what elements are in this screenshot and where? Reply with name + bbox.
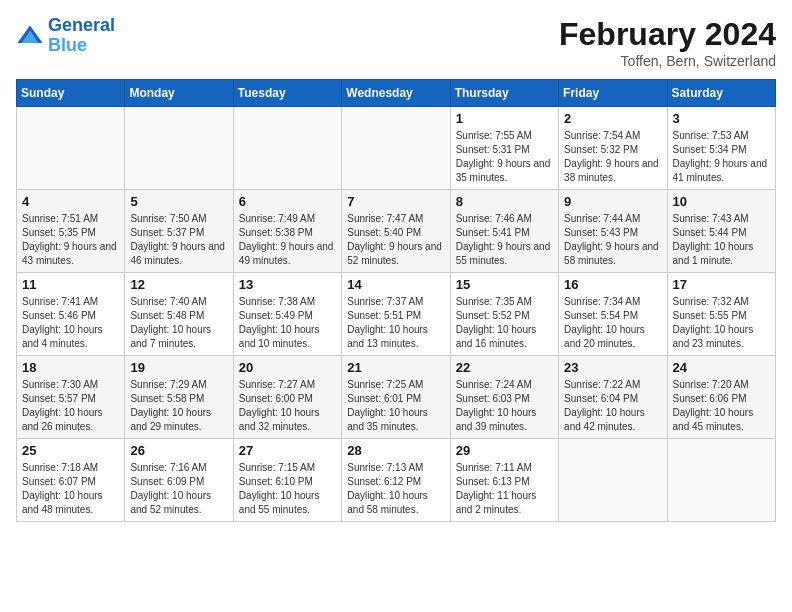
calendar-week-3: 11Sunrise: 7:41 AM Sunset: 5:46 PM Dayli… [17,273,776,356]
calendar-cell: 19Sunrise: 7:29 AM Sunset: 5:58 PM Dayli… [125,356,233,439]
calendar-header-row: SundayMondayTuesdayWednesdayThursdayFrid… [17,80,776,107]
day-info: Sunrise: 7:13 AM Sunset: 6:12 PM Dayligh… [347,461,444,517]
day-info: Sunrise: 7:44 AM Sunset: 5:43 PM Dayligh… [564,212,661,268]
calendar-week-1: 1Sunrise: 7:55 AM Sunset: 5:31 PM Daylig… [17,107,776,190]
day-number: 2 [564,111,661,126]
calendar-cell: 15Sunrise: 7:35 AM Sunset: 5:52 PM Dayli… [450,273,558,356]
calendar-cell: 29Sunrise: 7:11 AM Sunset: 6:13 PM Dayli… [450,439,558,522]
weekday-header-friday: Friday [559,80,667,107]
calendar-cell: 3Sunrise: 7:53 AM Sunset: 5:34 PM Daylig… [667,107,775,190]
day-number: 29 [456,443,553,458]
calendar-week-5: 25Sunrise: 7:18 AM Sunset: 6:07 PM Dayli… [17,439,776,522]
day-info: Sunrise: 7:18 AM Sunset: 6:07 PM Dayligh… [22,461,119,517]
day-info: Sunrise: 7:25 AM Sunset: 6:01 PM Dayligh… [347,378,444,434]
day-number: 8 [456,194,553,209]
calendar-cell: 28Sunrise: 7:13 AM Sunset: 6:12 PM Dayli… [342,439,450,522]
day-number: 3 [673,111,770,126]
day-info: Sunrise: 7:34 AM Sunset: 5:54 PM Dayligh… [564,295,661,351]
calendar-cell: 26Sunrise: 7:16 AM Sunset: 6:09 PM Dayli… [125,439,233,522]
day-number: 10 [673,194,770,209]
day-number: 1 [456,111,553,126]
day-number: 26 [130,443,227,458]
day-info: Sunrise: 7:16 AM Sunset: 6:09 PM Dayligh… [130,461,227,517]
calendar-cell: 2Sunrise: 7:54 AM Sunset: 5:32 PM Daylig… [559,107,667,190]
calendar-week-2: 4Sunrise: 7:51 AM Sunset: 5:35 PM Daylig… [17,190,776,273]
day-number: 18 [22,360,119,375]
day-number: 28 [347,443,444,458]
day-info: Sunrise: 7:24 AM Sunset: 6:03 PM Dayligh… [456,378,553,434]
day-info: Sunrise: 7:50 AM Sunset: 5:37 PM Dayligh… [130,212,227,268]
calendar-cell [125,107,233,190]
weekday-header-tuesday: Tuesday [233,80,341,107]
location-subtitle: Toffen, Bern, Switzerland [559,53,776,69]
day-info: Sunrise: 7:55 AM Sunset: 5:31 PM Dayligh… [456,129,553,185]
day-number: 23 [564,360,661,375]
calendar-cell: 13Sunrise: 7:38 AM Sunset: 5:49 PM Dayli… [233,273,341,356]
weekday-header-sunday: Sunday [17,80,125,107]
day-number: 6 [239,194,336,209]
calendar-cell: 25Sunrise: 7:18 AM Sunset: 6:07 PM Dayli… [17,439,125,522]
month-title: February 2024 [559,16,776,53]
calendar-cell: 22Sunrise: 7:24 AM Sunset: 6:03 PM Dayli… [450,356,558,439]
calendar-cell: 24Sunrise: 7:20 AM Sunset: 6:06 PM Dayli… [667,356,775,439]
day-number: 21 [347,360,444,375]
calendar-cell: 23Sunrise: 7:22 AM Sunset: 6:04 PM Dayli… [559,356,667,439]
day-info: Sunrise: 7:41 AM Sunset: 5:46 PM Dayligh… [22,295,119,351]
calendar-cell: 21Sunrise: 7:25 AM Sunset: 6:01 PM Dayli… [342,356,450,439]
weekday-header-thursday: Thursday [450,80,558,107]
day-info: Sunrise: 7:35 AM Sunset: 5:52 PM Dayligh… [456,295,553,351]
logo: GeneralBlue [16,16,115,56]
calendar-cell [17,107,125,190]
calendar-week-4: 18Sunrise: 7:30 AM Sunset: 5:57 PM Dayli… [17,356,776,439]
day-info: Sunrise: 7:40 AM Sunset: 5:48 PM Dayligh… [130,295,227,351]
day-info: Sunrise: 7:54 AM Sunset: 5:32 PM Dayligh… [564,129,661,185]
day-number: 15 [456,277,553,292]
day-info: Sunrise: 7:53 AM Sunset: 5:34 PM Dayligh… [673,129,770,185]
day-number: 7 [347,194,444,209]
calendar-cell: 5Sunrise: 7:50 AM Sunset: 5:37 PM Daylig… [125,190,233,273]
calendar-cell: 10Sunrise: 7:43 AM Sunset: 5:44 PM Dayli… [667,190,775,273]
calendar-cell: 11Sunrise: 7:41 AM Sunset: 5:46 PM Dayli… [17,273,125,356]
day-info: Sunrise: 7:15 AM Sunset: 6:10 PM Dayligh… [239,461,336,517]
day-number: 11 [22,277,119,292]
day-info: Sunrise: 7:37 AM Sunset: 5:51 PM Dayligh… [347,295,444,351]
day-number: 24 [673,360,770,375]
weekday-header-wednesday: Wednesday [342,80,450,107]
day-info: Sunrise: 7:43 AM Sunset: 5:44 PM Dayligh… [673,212,770,268]
day-number: 20 [239,360,336,375]
calendar-cell [233,107,341,190]
day-number: 25 [22,443,119,458]
day-number: 17 [673,277,770,292]
calendar-cell: 12Sunrise: 7:40 AM Sunset: 5:48 PM Dayli… [125,273,233,356]
day-info: Sunrise: 7:49 AM Sunset: 5:38 PM Dayligh… [239,212,336,268]
title-area: February 2024 Toffen, Bern, Switzerland [559,16,776,69]
day-info: Sunrise: 7:20 AM Sunset: 6:06 PM Dayligh… [673,378,770,434]
day-number: 14 [347,277,444,292]
calendar-cell: 27Sunrise: 7:15 AM Sunset: 6:10 PM Dayli… [233,439,341,522]
calendar-cell: 20Sunrise: 7:27 AM Sunset: 6:00 PM Dayli… [233,356,341,439]
day-info: Sunrise: 7:46 AM Sunset: 5:41 PM Dayligh… [456,212,553,268]
calendar-cell: 9Sunrise: 7:44 AM Sunset: 5:43 PM Daylig… [559,190,667,273]
day-number: 9 [564,194,661,209]
calendar-cell: 18Sunrise: 7:30 AM Sunset: 5:57 PM Dayli… [17,356,125,439]
logo-icon [16,22,44,50]
day-number: 16 [564,277,661,292]
logo-text: GeneralBlue [48,16,115,56]
calendar-cell: 1Sunrise: 7:55 AM Sunset: 5:31 PM Daylig… [450,107,558,190]
day-info: Sunrise: 7:29 AM Sunset: 5:58 PM Dayligh… [130,378,227,434]
calendar-cell: 16Sunrise: 7:34 AM Sunset: 5:54 PM Dayli… [559,273,667,356]
day-number: 4 [22,194,119,209]
page-header: GeneralBlue February 2024 Toffen, Bern, … [16,16,776,69]
calendar-cell: 6Sunrise: 7:49 AM Sunset: 5:38 PM Daylig… [233,190,341,273]
calendar-cell [342,107,450,190]
calendar-cell: 14Sunrise: 7:37 AM Sunset: 5:51 PM Dayli… [342,273,450,356]
calendar-cell: 4Sunrise: 7:51 AM Sunset: 5:35 PM Daylig… [17,190,125,273]
weekday-header-monday: Monday [125,80,233,107]
calendar-cell: 17Sunrise: 7:32 AM Sunset: 5:55 PM Dayli… [667,273,775,356]
day-number: 19 [130,360,227,375]
day-info: Sunrise: 7:47 AM Sunset: 5:40 PM Dayligh… [347,212,444,268]
day-info: Sunrise: 7:51 AM Sunset: 5:35 PM Dayligh… [22,212,119,268]
calendar-cell: 7Sunrise: 7:47 AM Sunset: 5:40 PM Daylig… [342,190,450,273]
day-number: 5 [130,194,227,209]
calendar-cell [667,439,775,522]
